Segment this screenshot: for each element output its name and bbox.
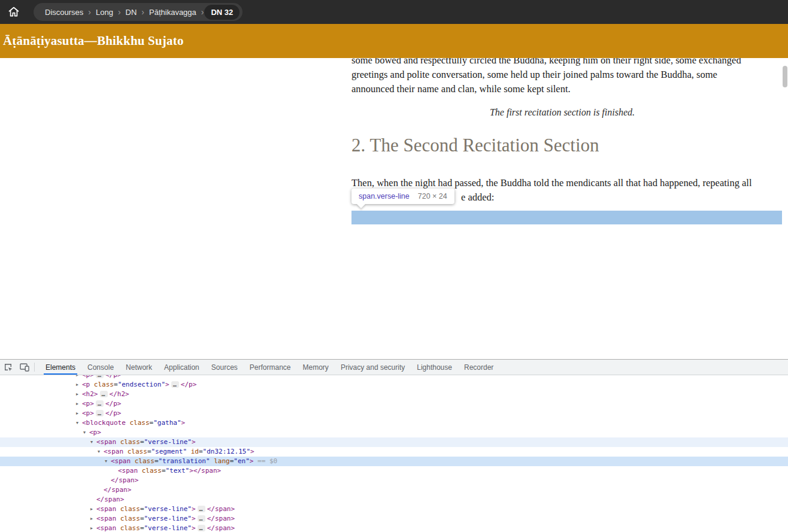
devtools-tab-elements[interactable]: Elements — [40, 360, 81, 375]
code-token: </span> — [96, 495, 124, 503]
devtools-tab-lighthouse[interactable]: Lighthouse — [411, 360, 458, 375]
expand-arrow-icon[interactable]: ▸ — [90, 524, 96, 532]
expand-arrow-icon[interactable]: ▸ — [90, 504, 96, 514]
code-token: <span — [111, 457, 131, 465]
code-token: "endsection" — [118, 381, 165, 388]
collapse-arrow-icon[interactable]: ▾ — [98, 447, 104, 457]
code-token: = — [162, 467, 166, 475]
breadcrumb-item[interactable]: Discourses — [41, 8, 87, 17]
collapse-arrow-icon[interactable]: ▾ — [83, 428, 89, 437]
devtools-tree-row[interactable]: ▸<p class="endsection">…</p> — [0, 380, 788, 390]
paragraph-line-fragment: e added: — [461, 190, 494, 205]
devtools-tree-row[interactable]: ▾<span class="verse-line"> — [0, 437, 788, 447]
code-token: </p> — [105, 375, 122, 379]
code-token: > — [192, 505, 196, 513]
devtools-tree-row[interactable]: </span> — [0, 476, 788, 485]
code-token: <span — [96, 505, 116, 513]
code-token: "verse-line" — [144, 515, 192, 522]
devtools-panel: ElementsConsoleNetworkApplicationSources… — [0, 359, 788, 532]
code-token: class — [138, 467, 162, 475]
code-token: lang — [210, 457, 230, 465]
paragraph-line: greetings and polite conversation, some … — [351, 68, 741, 82]
code-token: </p> — [105, 409, 122, 417]
devtools-tree-row[interactable]: </span> — [0, 485, 788, 495]
code-token: <p> — [82, 409, 94, 417]
code-token: class — [116, 515, 140, 522]
collapse-arrow-icon[interactable]: ▾ — [90, 437, 96, 447]
code-token: class — [116, 438, 140, 446]
collapse-arrow-icon[interactable]: ▾ — [76, 418, 82, 428]
expand-arrow-icon[interactable]: ▸ — [76, 380, 82, 390]
code-token: "segment" — [151, 448, 187, 455]
devtools-tab-privacy-and-security[interactable]: Privacy and security — [335, 360, 411, 375]
devtools-tree-row[interactable]: ▸<span class="verse-line">…</span> — [0, 504, 788, 514]
expand-arrow-icon[interactable]: ▸ — [76, 390, 82, 399]
inspect-tooltip-selector: span.verse-line — [359, 192, 410, 200]
code-token: </span> — [207, 524, 235, 532]
browser-topbar: Discourses›Long›DN›Pāṭhikavagga›DN 32 — [0, 0, 788, 24]
devtools-tree-row[interactable]: ▸<p>…</p> — [0, 375, 788, 380]
code-token: … — [171, 381, 179, 388]
devtools-tabs: ElementsConsoleNetworkApplicationSources… — [40, 360, 499, 375]
breadcrumb: Discourses›Long›DN›Pāṭhikavagga›DN 32 — [34, 3, 243, 21]
devtools-tree-row[interactable]: ▾<p> — [0, 428, 788, 437]
devtools-tree-row[interactable]: ▾<span class="translation" lang="en"> ==… — [0, 457, 788, 466]
code-token: </span> — [207, 515, 235, 522]
devtools-tree-row[interactable]: </span> — [0, 495, 788, 504]
devtools-toolbar: ElementsConsoleNetworkApplicationSources… — [0, 360, 788, 375]
expand-arrow-icon[interactable]: ▸ — [76, 409, 82, 418]
devtools-tree-row[interactable]: ▸<p>…</p> — [0, 409, 788, 418]
text-column: some bowed and respectfully circled the … — [351, 58, 783, 359]
breadcrumb-item[interactable]: Pāṭhikavagga — [145, 8, 201, 17]
sutta-header: Āṭānāṭiyasutta—Bhikkhu Sujato — [0, 24, 788, 58]
code-token: "verse-line" — [144, 505, 192, 513]
devtools-tree-row[interactable]: ▸<h2>…</h2> — [0, 390, 788, 399]
devtools-tree-row[interactable]: <span class="text"></span> — [0, 466, 788, 476]
devtools-tab-application[interactable]: Application — [158, 360, 205, 375]
devtools-tree-row[interactable]: ▸<span class="verse-line">…</span> — [0, 514, 788, 524]
code-token: > — [189, 467, 193, 475]
code-token: <h2> — [82, 390, 98, 398]
chevron-right-icon: › — [141, 8, 145, 16]
code-token: class — [131, 457, 154, 465]
code-token: <span — [118, 467, 138, 475]
expand-arrow-icon[interactable]: ▸ — [76, 399, 82, 409]
breadcrumb-item[interactable]: DN 32 — [204, 5, 240, 20]
devtools-tab-recorder[interactable]: Recorder — [458, 360, 499, 375]
home-button[interactable] — [5, 3, 23, 21]
paragraph-line: announced their name and clan, while som… — [351, 82, 741, 96]
devtools-tab-performance[interactable]: Performance — [244, 360, 297, 375]
breadcrumb-item[interactable]: Long — [92, 8, 117, 17]
code-token: <p> — [82, 375, 94, 379]
devtools-tab-console[interactable]: Console — [81, 360, 120, 375]
devtools-tree-row[interactable]: ▸<span class="verse-line">…</span> — [0, 524, 788, 532]
code-token: … — [198, 515, 205, 522]
code-token: == $0 — [253, 457, 277, 465]
breadcrumb-item[interactable]: DN — [122, 8, 141, 17]
devtools-tree-row[interactable]: ▸<p>…</p> — [0, 399, 788, 409]
device-toolbar-button[interactable] — [16, 360, 32, 375]
code-token: > — [250, 448, 254, 455]
code-token: class — [116, 505, 140, 513]
code-token: </span> — [193, 467, 221, 475]
code-token: > — [181, 419, 186, 427]
code-token: "en" — [234, 457, 250, 465]
code-token: </h2> — [110, 390, 129, 398]
paragraph: some bowed and respectfully circled the … — [351, 58, 741, 96]
code-token: class — [116, 524, 140, 532]
code-token: <p — [82, 381, 90, 388]
code-token: id — [187, 448, 199, 455]
devtools-tab-memory[interactable]: Memory — [297, 360, 335, 375]
inspect-highlight-overlay — [351, 211, 782, 224]
expand-arrow-icon[interactable]: ▸ — [90, 514, 96, 524]
inspect-element-button[interactable] — [0, 360, 16, 375]
devtools-tree-row[interactable]: ▾<blockquote class="gatha"> — [0, 418, 788, 428]
code-token: <p> — [82, 400, 94, 408]
devtools-tab-network[interactable]: Network — [120, 360, 158, 375]
expand-arrow-icon[interactable]: ▸ — [76, 375, 82, 380]
collapse-arrow-icon[interactable]: ▾ — [105, 457, 111, 466]
devtools-tab-sources[interactable]: Sources — [205, 360, 244, 375]
scrollbar-thumb[interactable] — [783, 66, 787, 87]
devtools-tree-row[interactable]: ▾<span class="segment" id="dn32:12.15"> — [0, 447, 788, 457]
code-token: "translation" — [159, 457, 210, 465]
